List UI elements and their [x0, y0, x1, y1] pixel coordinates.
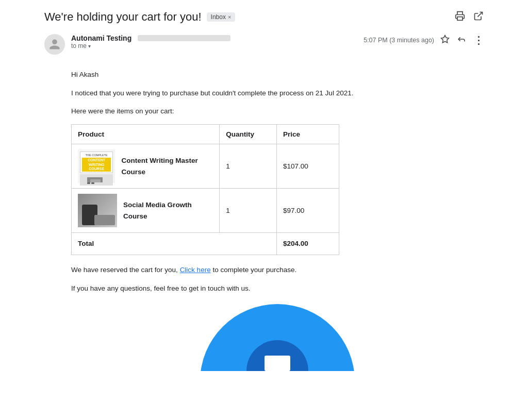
- email-header: We're holding your cart for you! Inbox ×: [44, 10, 484, 24]
- more-options-icon[interactable]: ⋮: [473, 34, 484, 46]
- sender-info: Autonami Testing to me ▾: [71, 34, 230, 49]
- product-cell-2: Social Media Growth Course: [72, 189, 220, 233]
- header-icons: [455, 11, 484, 24]
- star-icon[interactable]: [440, 35, 450, 46]
- paragraph4: If you have any questions, feel free to …: [71, 283, 484, 294]
- semicircle-inner: [246, 340, 308, 371]
- total-row: Total $204.00: [72, 233, 339, 255]
- sender-to[interactable]: to me ▾: [71, 42, 230, 49]
- timestamp: 5:07 PM (3 minutes ago): [364, 37, 434, 44]
- chevron-down-icon[interactable]: ▾: [88, 43, 91, 49]
- click-here-link[interactable]: Click here: [180, 266, 211, 274]
- table-header-row: Product Quantity Price: [72, 124, 339, 144]
- paragraph2: Here were the items on your cart:: [71, 106, 484, 117]
- price-2: $97.00: [277, 189, 339, 233]
- semicircle-white-rect: [265, 356, 290, 371]
- open-in-new-icon[interactable]: [473, 11, 484, 24]
- sender-right: 5:07 PM (3 minutes ago) ⋮: [364, 34, 484, 46]
- inbox-badge-label: Inbox: [211, 13, 226, 21]
- total-label: Total: [72, 233, 277, 255]
- product-thumbnail-2: [78, 194, 117, 227]
- quantity-1: 1: [220, 144, 277, 189]
- quantity-2: 1: [220, 189, 277, 233]
- col-price: Price: [277, 124, 339, 144]
- svg-rect-5: [87, 182, 90, 184]
- sender-name: Autonami Testing: [71, 34, 131, 42]
- svg-line-1: [477, 12, 482, 16]
- table-row: Social Media Growth Course 1 $97.00: [72, 189, 339, 233]
- total-price: $204.00: [277, 233, 339, 255]
- reply-icon[interactable]: [457, 35, 466, 46]
- product-cell-1: THE COMPLETE CONTENT WRITINGCOURSE: [72, 144, 220, 189]
- col-quantity: Quantity: [220, 124, 277, 144]
- email-container: We're holding your cart for you! Inbox ×: [32, 0, 496, 381]
- svg-rect-0: [457, 16, 463, 20]
- sender-email-blurred: [138, 35, 230, 41]
- cart-table: Product Quantity Price THE COMPLETE CONT…: [71, 124, 339, 255]
- col-product: Product: [72, 124, 220, 144]
- table-row: THE COMPLETE CONTENT WRITINGCOURSE: [72, 144, 339, 189]
- bottom-graphic: [71, 304, 484, 371]
- greeting: Hi Akash: [71, 69, 484, 80]
- product-name-2: Social Media Growth Course: [123, 199, 213, 222]
- print-icon[interactable]: [455, 11, 465, 24]
- paragraph3: We have reserved the cart for you, Click…: [71, 264, 484, 276]
- inbox-badge-close[interactable]: ×: [228, 14, 231, 20]
- price-1: $107.00: [277, 144, 339, 189]
- semicircle-outer: [200, 304, 355, 371]
- product-name-1: Content Writing Master Course: [121, 155, 213, 177]
- svg-marker-2: [441, 35, 449, 42]
- subject-area: We're holding your cart for you! Inbox ×: [44, 10, 235, 24]
- email-subject: We're holding your cart for you!: [44, 10, 202, 24]
- avatar: [44, 34, 65, 55]
- svg-rect-4: [90, 179, 101, 182]
- paragraph1: I noticed that you were trying to purcha…: [71, 88, 484, 99]
- action-icons: ⋮: [440, 34, 484, 46]
- svg-rect-6: [91, 182, 94, 184]
- product-thumbnail-1: THE COMPLETE CONTENT WRITINGCOURSE: [78, 149, 115, 183]
- sender-left: Autonami Testing to me ▾: [44, 34, 230, 55]
- sender-row: Autonami Testing to me ▾ 5:07 PM (3 minu…: [44, 34, 484, 59]
- inbox-badge[interactable]: Inbox ×: [207, 12, 236, 22]
- email-body: Hi Akash I noticed that you were trying …: [71, 69, 484, 371]
